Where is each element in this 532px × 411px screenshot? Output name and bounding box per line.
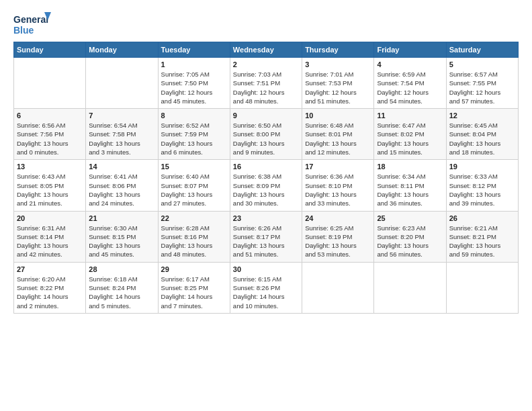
calendar-cell: 23Sunrise: 6:26 AM Sunset: 8:17 PM Dayli… [230,211,302,262]
day-header-thursday: Thursday [302,42,374,58]
calendar-cell: 26Sunrise: 6:21 AM Sunset: 8:21 PM Dayli… [446,211,518,262]
day-info: Sunrise: 6:30 AM Sunset: 8:15 PM Dayligh… [89,224,154,259]
calendar-cell: 27Sunrise: 6:20 AM Sunset: 8:22 PM Dayli… [14,262,86,313]
day-info: Sunrise: 6:45 AM Sunset: 8:04 PM Dayligh… [449,121,515,156]
day-number: 16 [233,163,299,171]
day-info: Sunrise: 6:57 AM Sunset: 7:55 PM Dayligh… [449,70,515,105]
day-number: 20 [17,214,83,222]
day-number: 25 [377,214,443,222]
day-number: 7 [89,111,154,120]
day-number: 3 [305,60,371,68]
calendar-cell: 8Sunrise: 6:52 AM Sunset: 7:59 PM Daylig… [158,109,230,160]
calendar-page: GeneralBlue SundayMondayTuesdayWednesday… [0,0,532,411]
day-number: 9 [233,111,299,120]
svg-text:Blue: Blue [13,25,34,36]
day-header-tuesday: Tuesday [158,42,230,58]
day-number: 4 [377,60,443,68]
day-info: Sunrise: 6:25 AM Sunset: 8:19 PM Dayligh… [305,224,371,259]
week-row-2: 6Sunrise: 6:56 AM Sunset: 7:56 PM Daylig… [14,109,519,160]
day-info: Sunrise: 6:20 AM Sunset: 8:22 PM Dayligh… [17,275,83,310]
day-number: 30 [233,265,299,273]
day-info: Sunrise: 7:01 AM Sunset: 7:53 PM Dayligh… [305,70,371,105]
day-number: 19 [449,163,515,171]
day-header-sunday: Sunday [14,42,86,58]
day-info: Sunrise: 6:21 AM Sunset: 8:21 PM Dayligh… [449,224,515,259]
day-info: Sunrise: 7:03 AM Sunset: 7:51 PM Dayligh… [233,70,299,105]
week-row-4: 20Sunrise: 6:31 AM Sunset: 8:14 PM Dayli… [14,211,519,262]
day-info: Sunrise: 6:43 AM Sunset: 8:05 PM Dayligh… [17,172,83,208]
calendar-cell: 1Sunrise: 7:05 AM Sunset: 7:50 PM Daylig… [158,58,230,109]
calendar-cell: 5Sunrise: 6:57 AM Sunset: 7:55 PM Daylig… [446,58,518,109]
day-info: Sunrise: 6:33 AM Sunset: 8:12 PM Dayligh… [449,172,515,208]
day-number: 15 [161,163,227,171]
calendar-cell: 20Sunrise: 6:31 AM Sunset: 8:14 PM Dayli… [14,211,86,262]
calendar-cell: 25Sunrise: 6:23 AM Sunset: 8:20 PM Dayli… [374,211,446,262]
calendar-cell: 3Sunrise: 7:01 AM Sunset: 7:53 PM Daylig… [302,58,374,109]
header-row: SundayMondayTuesdayWednesdayThursdayFrid… [14,42,519,58]
day-info: Sunrise: 6:52 AM Sunset: 7:59 PM Dayligh… [161,121,227,156]
calendar-cell: 19Sunrise: 6:33 AM Sunset: 8:12 PM Dayli… [446,160,518,211]
calendar-table: SundayMondayTuesdayWednesdayThursdayFrid… [13,42,519,314]
day-number: 1 [161,60,227,68]
calendar-cell [446,262,518,313]
logo: GeneralBlue [13,11,54,38]
calendar-cell: 14Sunrise: 6:41 AM Sunset: 8:06 PM Dayli… [86,160,158,211]
logo-icon: GeneralBlue [13,11,54,38]
calendar-cell: 9Sunrise: 6:50 AM Sunset: 8:00 PM Daylig… [230,109,302,160]
calendar-cell: 21Sunrise: 6:30 AM Sunset: 8:15 PM Dayli… [86,211,158,262]
day-info: Sunrise: 6:18 AM Sunset: 8:24 PM Dayligh… [89,275,154,310]
day-number: 10 [305,111,371,120]
svg-text:General: General [13,14,48,25]
day-info: Sunrise: 6:54 AM Sunset: 7:58 PM Dayligh… [89,121,154,156]
day-info: Sunrise: 6:50 AM Sunset: 8:00 PM Dayligh… [233,121,299,156]
day-info: Sunrise: 6:56 AM Sunset: 7:56 PM Dayligh… [17,121,83,156]
day-header-wednesday: Wednesday [230,42,302,58]
day-number: 27 [17,265,83,273]
calendar-cell: 24Sunrise: 6:25 AM Sunset: 8:19 PM Dayli… [302,211,374,262]
calendar-cell: 15Sunrise: 6:40 AM Sunset: 8:07 PM Dayli… [158,160,230,211]
day-info: Sunrise: 6:47 AM Sunset: 8:02 PM Dayligh… [377,121,443,156]
day-number: 21 [89,214,154,222]
calendar-cell: 7Sunrise: 6:54 AM Sunset: 7:58 PM Daylig… [86,109,158,160]
day-info: Sunrise: 6:17 AM Sunset: 8:25 PM Dayligh… [161,275,227,310]
calendar-cell: 29Sunrise: 6:17 AM Sunset: 8:25 PM Dayli… [158,262,230,313]
day-number: 13 [17,163,83,171]
day-number: 14 [89,163,154,171]
day-number: 26 [449,214,515,222]
day-header-saturday: Saturday [446,42,518,58]
day-number: 2 [233,60,299,68]
day-number: 23 [233,214,299,222]
calendar-cell: 30Sunrise: 6:15 AM Sunset: 8:26 PM Dayli… [230,262,302,313]
calendar-cell: 11Sunrise: 6:47 AM Sunset: 8:02 PM Dayli… [374,109,446,160]
calendar-cell: 18Sunrise: 6:34 AM Sunset: 8:11 PM Dayli… [374,160,446,211]
day-number: 5 [449,60,515,68]
header: GeneralBlue [13,11,519,38]
day-number: 17 [305,163,371,171]
day-info: Sunrise: 6:48 AM Sunset: 8:01 PM Dayligh… [305,121,371,156]
day-number: 29 [161,265,227,273]
day-info: Sunrise: 6:41 AM Sunset: 8:06 PM Dayligh… [89,172,154,208]
day-number: 24 [305,214,371,222]
day-info: Sunrise: 6:38 AM Sunset: 8:09 PM Dayligh… [233,172,299,208]
day-number: 6 [17,111,83,120]
day-info: Sunrise: 6:28 AM Sunset: 8:16 PM Dayligh… [161,224,227,259]
calendar-cell [14,58,86,109]
calendar-header: SundayMondayTuesdayWednesdayThursdayFrid… [14,42,519,58]
calendar-cell: 6Sunrise: 6:56 AM Sunset: 7:56 PM Daylig… [14,109,86,160]
calendar-cell: 13Sunrise: 6:43 AM Sunset: 8:05 PM Dayli… [14,160,86,211]
day-header-monday: Monday [86,42,158,58]
day-info: Sunrise: 6:40 AM Sunset: 8:07 PM Dayligh… [161,172,227,208]
day-header-friday: Friday [374,42,446,58]
day-info: Sunrise: 6:23 AM Sunset: 8:20 PM Dayligh… [377,224,443,259]
calendar-cell: 17Sunrise: 6:36 AM Sunset: 8:10 PM Dayli… [302,160,374,211]
day-number: 12 [449,111,515,120]
calendar-cell [302,262,374,313]
calendar-cell: 12Sunrise: 6:45 AM Sunset: 8:04 PM Dayli… [446,109,518,160]
calendar-cell: 2Sunrise: 7:03 AM Sunset: 7:51 PM Daylig… [230,58,302,109]
calendar-cell: 28Sunrise: 6:18 AM Sunset: 8:24 PM Dayli… [86,262,158,313]
day-number: 22 [161,214,227,222]
calendar-cell: 16Sunrise: 6:38 AM Sunset: 8:09 PM Dayli… [230,160,302,211]
calendar-body: 1Sunrise: 7:05 AM Sunset: 7:50 PM Daylig… [14,58,519,314]
day-number: 11 [377,111,443,120]
day-number: 18 [377,163,443,171]
